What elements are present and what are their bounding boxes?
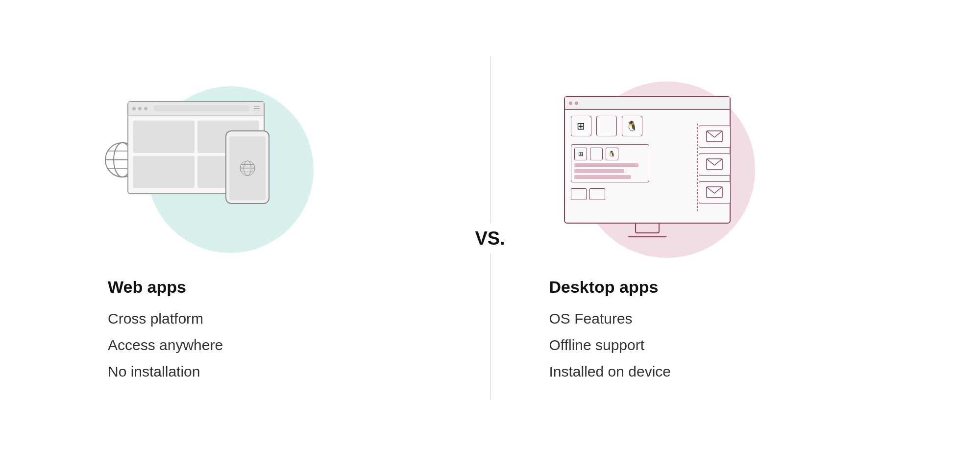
desktop-feature-3: Installed on device — [549, 363, 671, 380]
monitor-stand — [635, 224, 660, 233]
phone-screen — [229, 136, 266, 200]
email-boxes — [699, 126, 731, 203]
browser-block-3 — [133, 156, 195, 188]
linux-icon-box: 🐧 — [622, 116, 642, 136]
web-feature-1: Cross platform — [108, 310, 223, 327]
nested-windows-icon: ⊞ — [574, 148, 587, 160]
main-container: Web apps Cross platform Access anywhere … — [49, 17, 931, 439]
nested-bar-3 — [574, 175, 632, 179]
nested-monitor: ⊞ 🐧 — [571, 144, 649, 182]
monitor-dot-2 — [575, 101, 578, 105]
browser-menu-icon — [254, 106, 260, 111]
email-box-1 — [699, 126, 731, 148]
browser-titlebar — [128, 102, 264, 116]
right-panel: ⊞ 🐧 ⊞ — [490, 17, 931, 439]
connector-lines — [692, 124, 702, 212]
web-feature-3: No installation — [108, 363, 223, 380]
browser-dot-3 — [144, 107, 147, 110]
web-features-list: Cross platform Access anywhere No instal… — [108, 310, 223, 380]
browser-dot-1 — [132, 107, 136, 110]
menu-line-2 — [254, 108, 260, 109]
menu-line-1 — [254, 106, 260, 107]
linux-icon: 🐧 — [626, 120, 638, 132]
desktop-apps-title: Desktop apps — [549, 278, 659, 297]
desktop-illustration: ⊞ 🐧 ⊞ — [564, 96, 731, 237]
monitor-titlebar — [565, 97, 730, 110]
small-sq-2 — [589, 188, 605, 200]
windows-icon: ⊞ — [577, 120, 585, 132]
email-box-2 — [699, 153, 731, 176]
phone-device — [225, 130, 270, 204]
desktop-feature-2: Offline support — [549, 337, 671, 354]
desktop-illustration-area: ⊞ 🐧 ⊞ — [549, 76, 794, 263]
web-illustration-area — [108, 76, 363, 263]
monitor-base — [628, 233, 667, 237]
nested-apple-icon — [590, 148, 603, 160]
nested-monitor-icons: ⊞ 🐧 — [574, 148, 646, 160]
apple-icon-box — [596, 116, 617, 136]
left-panel: Web apps Cross platform Access anywhere … — [49, 17, 490, 439]
browser-dot-2 — [138, 107, 142, 110]
monitor-dot-1 — [569, 101, 572, 105]
nested-bars — [574, 163, 646, 179]
windows-icon-box: ⊞ — [571, 116, 591, 136]
email-box-3 — [699, 181, 731, 203]
browser-illustration — [127, 101, 265, 194]
menu-line-3 — [254, 110, 260, 111]
web-apps-title: Web apps — [108, 278, 186, 297]
vs-label: VS. — [466, 223, 514, 254]
browser-block-1 — [133, 121, 195, 153]
web-feature-2: Access anywhere — [108, 337, 223, 354]
nested-bar-2 — [574, 169, 624, 173]
desktop-features-list: OS Features Offline support Installed on… — [549, 310, 671, 380]
nested-bar-1 — [574, 163, 638, 167]
browser-urlbar — [154, 105, 249, 111]
desktop-feature-1: OS Features — [549, 310, 671, 327]
small-sq-1 — [571, 188, 587, 200]
nested-linux-icon: 🐧 — [606, 148, 618, 160]
